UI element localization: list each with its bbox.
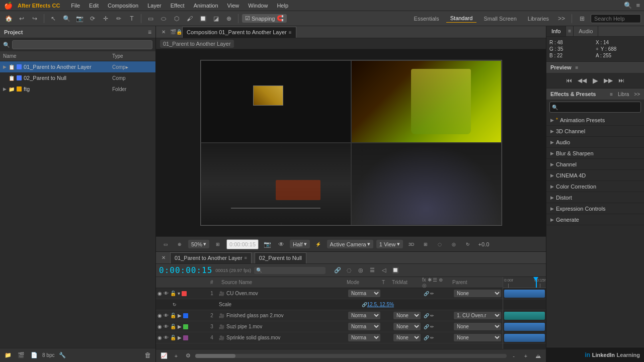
preview-next-btn[interactable]: ▶▶ bbox=[603, 75, 614, 86]
comp-tab-1[interactable]: Composition 01_Parent to Another Layer ≡ bbox=[182, 27, 296, 38]
preview-menu-btn[interactable]: ≡ bbox=[576, 65, 579, 70]
workspace-essentials[interactable]: Essentials bbox=[410, 15, 443, 23]
project-item-01parent[interactable]: ▶ 📋 01_Parent to Another Layer Comp▸ bbox=[0, 61, 155, 72]
menu-animation[interactable]: Animation bbox=[190, 2, 222, 10]
menu-effect[interactable]: Effect bbox=[167, 2, 189, 10]
layer-2-trkmat-select[interactable]: None bbox=[393, 312, 421, 319]
apple-menu[interactable]: 🍎 bbox=[4, 2, 13, 10]
tl-parent-btn[interactable]: 🔗 bbox=[333, 265, 343, 276]
layer-4-solo[interactable]: ◉ bbox=[157, 335, 162, 340]
workspace-libraries[interactable]: Libraries bbox=[524, 15, 553, 23]
fit-btn[interactable]: ⊞ bbox=[212, 239, 223, 250]
layer-3-parent-select[interactable]: None bbox=[454, 323, 501, 330]
tl-draft-btn[interactable]: 🔲 bbox=[390, 265, 400, 276]
layer-2-solo[interactable]: ◉ bbox=[157, 313, 162, 318]
effects-expand-btn[interactable]: >> bbox=[634, 92, 640, 97]
menu-edit[interactable]: Edit bbox=[85, 2, 103, 10]
workspace-standard[interactable]: Standard bbox=[446, 14, 477, 23]
layer-1-lock[interactable]: 🔓 bbox=[170, 291, 176, 296]
select-tool[interactable]: ↖ bbox=[48, 13, 59, 24]
new-comp-btn[interactable]: 🎬 bbox=[16, 350, 26, 360]
layer-4-expand[interactable]: ▶ bbox=[178, 335, 182, 340]
effects-search-input[interactable] bbox=[559, 103, 625, 111]
menu-extra-icon[interactable]: ≡ bbox=[636, 2, 640, 9]
workspace-expand-btn[interactable]: >> bbox=[556, 13, 567, 24]
layer-2-mode-select[interactable]: Norma bbox=[348, 312, 380, 319]
preview-first-btn[interactable]: ⏮ bbox=[564, 75, 575, 86]
loop-btn[interactable]: ↻ bbox=[462, 239, 473, 250]
paint-tool[interactable]: 🖌 bbox=[184, 13, 195, 24]
layer-2-expand[interactable]: ▶ bbox=[178, 313, 182, 318]
tl-graph-btn[interactable]: 📈 bbox=[159, 351, 169, 361]
layer-row-1[interactable]: ◉ 👁 🔓 ▾ 1 🎥 CU Oven.mov Norma bbox=[156, 288, 503, 299]
project-search-input[interactable] bbox=[12, 40, 152, 49]
effect-cat-distort[interactable]: ▶ Distort bbox=[546, 192, 644, 203]
layer-3-expand[interactable]: ▶ bbox=[178, 324, 182, 329]
project-item-ftg[interactable]: ▶ 📁 ftg Folder bbox=[0, 83, 155, 95]
tab-audio[interactable]: Audio bbox=[574, 26, 598, 36]
fast-preview-btn[interactable]: ⚡ bbox=[313, 239, 324, 250]
pen-tool[interactable]: ✏ bbox=[113, 13, 124, 24]
tl-settings-btn[interactable]: ⚙ bbox=[183, 351, 193, 361]
tl-add-btn[interactable]: + bbox=[171, 351, 181, 361]
layer-2-parent-select[interactable]: 1. CU Oven.r bbox=[454, 312, 501, 319]
shape-tool-rect[interactable]: ▭ bbox=[145, 13, 156, 24]
layer-row-3[interactable]: ◉ 👁 🔓 ▶ 3 🎥 Suzi pipe 1.mov Norma bbox=[156, 321, 503, 332]
layer-row-4[interactable]: ◉ 👁 🔓 ▶ 4 🎥 Sprinkle solid glass.mov bbox=[156, 332, 503, 343]
layer-2-eye[interactable]: 👁 bbox=[164, 313, 169, 318]
zoom-dropdown[interactable]: 50% ▾ bbox=[188, 240, 209, 248]
new-footage-btn[interactable]: 📄 bbox=[29, 350, 39, 360]
layer-3-lock[interactable]: 🔓 bbox=[170, 324, 176, 329]
menu-layer[interactable]: Layer bbox=[143, 2, 166, 10]
3d-view-btn[interactable]: 3D bbox=[406, 239, 417, 250]
tl-zoom-out-btn[interactable]: - bbox=[509, 351, 519, 361]
viewer-guide-btn[interactable]: ⊕ bbox=[174, 239, 185, 250]
layer-1-parent-select[interactable]: None bbox=[454, 290, 501, 297]
shape-tool-poly[interactable]: ⬡ bbox=[171, 13, 182, 24]
menu-file[interactable]: File bbox=[67, 2, 84, 10]
effect-cat-audio[interactable]: ▶ Audio bbox=[546, 137, 644, 148]
menu-view[interactable]: View bbox=[223, 2, 244, 10]
viewer-region-btn[interactable]: ▭ bbox=[160, 239, 171, 250]
rotate-tool[interactable]: ⟳ bbox=[87, 13, 98, 24]
effect-cat-channel[interactable]: ▶ Channel bbox=[546, 159, 644, 170]
snapping-toggle[interactable]: ☑ Snapping 🧲 bbox=[242, 14, 287, 23]
layer-3-mode-select[interactable]: Norma bbox=[348, 323, 380, 330]
layer-1-mode-select[interactable]: Norma bbox=[348, 290, 380, 297]
anchor-tool[interactable]: ✛ bbox=[100, 13, 111, 24]
tl-mountain-btn[interactable]: ⛰ bbox=[533, 351, 543, 361]
grid-btn[interactable]: ⊞ bbox=[420, 239, 431, 250]
layer-3-trkmat-select[interactable]: None bbox=[393, 323, 421, 330]
layer-1-solo[interactable]: ◉ bbox=[157, 291, 162, 296]
timecode-btn[interactable]: 0:00:00:15 bbox=[226, 239, 259, 249]
effect-cat-3d[interactable]: ▶ 3D Channel bbox=[546, 126, 644, 137]
effect-cat-blur[interactable]: ▶ Blur & Sharpen bbox=[546, 148, 644, 159]
camera-dropdown[interactable]: Active Camera ▾ bbox=[327, 240, 373, 248]
tab-info-menu[interactable]: ≡ bbox=[566, 26, 574, 36]
effect-cat-cinema[interactable]: ▶ CINEMA 4D bbox=[546, 170, 644, 181]
tl-solo-btn[interactable]: ☰ bbox=[367, 265, 377, 276]
tl-tab-1-menu[interactable]: ≡ bbox=[245, 255, 247, 260]
tl-search-input[interactable] bbox=[263, 267, 324, 274]
quality-dropdown[interactable]: Half ▾ bbox=[290, 240, 310, 248]
view-count-dropdown[interactable]: 1 View ▾ bbox=[376, 240, 403, 248]
preview-prev-btn[interactable]: ◀◀ bbox=[577, 75, 588, 86]
tl-motion-btn[interactable]: ◌ bbox=[344, 265, 354, 276]
effects-menu-btn[interactable]: ≡ bbox=[610, 92, 613, 97]
project-item-02parent[interactable]: ▶ 📋 02_Parent to Null Comp bbox=[0, 72, 155, 83]
comp-tab-1-menu[interactable]: ≡ bbox=[289, 30, 292, 35]
search-icon[interactable]: 🔍 bbox=[624, 2, 632, 9]
menu-window[interactable]: Window bbox=[244, 2, 272, 10]
effect-cat-expression[interactable]: ▶ Expression Controls bbox=[546, 203, 644, 214]
motion-blur-btn[interactable]: ◌ bbox=[434, 239, 445, 250]
layer-4-trkmat-select[interactable]: None bbox=[393, 334, 421, 341]
layer-4-parent-select[interactable]: None bbox=[454, 334, 501, 341]
menu-help[interactable]: Help bbox=[273, 2, 292, 10]
redo-btn[interactable]: ↪ bbox=[29, 13, 40, 24]
shape-tool-round[interactable]: ⬭ bbox=[158, 13, 169, 24]
menu-composition[interactable]: Composition bbox=[104, 2, 142, 10]
effect-cat-generate[interactable]: ▶ Generate bbox=[546, 214, 644, 225]
layer-row-2[interactable]: ◉ 👁 🔓 ▶ 2 🎥 Finished glass pan 2.mov bbox=[156, 310, 503, 321]
layer-1-collapse[interactable]: ▾ bbox=[178, 291, 180, 296]
tl-adj-btn[interactable]: ◎ bbox=[356, 265, 366, 276]
